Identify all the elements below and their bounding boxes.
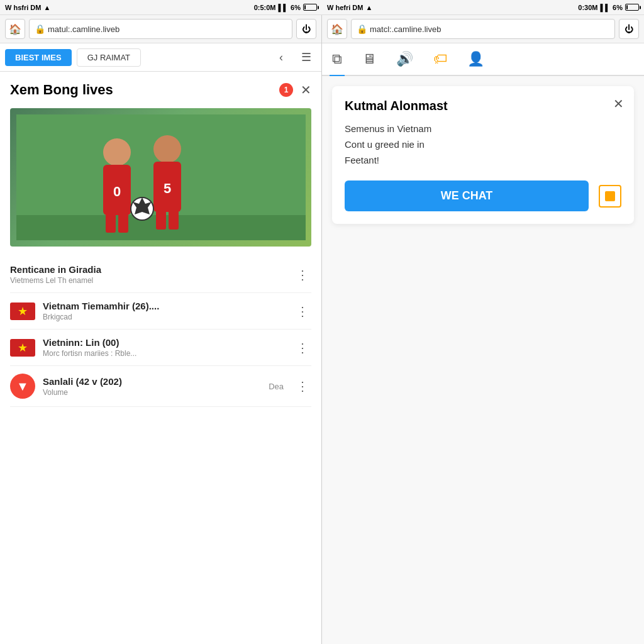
list-item-sub-3: Volume [43, 388, 261, 397]
list-item-1: ★ Vietnam Tiemamhir (26).... Brkigcad ⋮ [10, 293, 311, 330]
main-content: 🏠 🔒 matul:.camline.liveb ⏻ BIEST IMES GJ… [0, 15, 644, 644]
power-button-left[interactable]: ⏻ [296, 19, 316, 39]
status-bar-left: W hsfri DM ▲ 0:5:0M ▌▌ 6% [0, 0, 322, 15]
battery-pct-right: 6% [613, 4, 623, 11]
list-item-menu-0[interactable]: ⋮ [294, 265, 311, 285]
list-item-title-0: Renticane in Giradia [10, 264, 286, 275]
home-button-left[interactable]: 🏠 [5, 19, 25, 39]
time-left: 0:5:0M [254, 4, 276, 11]
status-bar-right: W hefri DM ▲ 0:30M ▌▌ 6% [322, 0, 644, 15]
list-item-2: ★ Vietninn: Lin (00) Morc fortisn mariie… [10, 330, 311, 366]
right-panel: 🏠 🔒 matcl:.camline.liveb ⏻ ⧉ 🖥 🔊 🏷 👤 [322, 15, 644, 644]
list-item-main-3: Sanlali (42 v (202) Volume [43, 376, 261, 397]
tab-inactive-left[interactable]: GJ RAIMAT [77, 48, 141, 67]
svg-point-7 [153, 135, 181, 163]
nav-user-icon[interactable]: 👤 [465, 48, 487, 70]
list-item-main-2: Vietninn: Lin (00) Morc fortisn mariies … [43, 337, 286, 358]
notification-card: Kutmal Alonmast ✕ Semenus in Vietnam Con… [332, 86, 634, 224]
user-icon: 👤 [467, 51, 484, 67]
list-item-title-3: Sanlali (42 v (202) [43, 376, 261, 387]
carrier-left: W hsfri DM [5, 4, 41, 11]
lock-icon-right: 🔒 [357, 24, 367, 34]
down-arrow-icon-3: ▼ [10, 374, 35, 399]
dea-badge: Dea [269, 382, 284, 391]
nav-volume-icon[interactable]: 🔊 [394, 48, 416, 70]
tab-bar-left: BIEST IMES GJ RAIMAT ‹ ☰ [0, 43, 321, 72]
soccer-image: 0 5 [10, 108, 311, 247]
list-item-sub-0: Vietmems Lel Th enamel [10, 276, 286, 285]
notification-line-2: Cont u greed nie in [345, 139, 621, 150]
svg-text:0: 0 [113, 184, 120, 199]
svg-rect-10 [156, 211, 166, 230]
battery-pct-left: 6% [291, 4, 301, 11]
list-item-menu-3[interactable]: ⋮ [294, 376, 311, 396]
home-button-right[interactable]: 🏠 [327, 19, 347, 39]
tag-icon: 🏷 [433, 51, 447, 67]
svg-point-2 [103, 138, 131, 166]
right-content: Kutmal Alonmast ✕ Semenus in Vietnam Con… [322, 76, 644, 644]
soccer-players-svg: 0 5 [16, 114, 306, 240]
page-header: Xem Bong lives 1 ✕ [10, 82, 311, 98]
nav-copy-icon[interactable]: ⧉ [330, 48, 345, 70]
list-item-sub-2: Morc fortisn mariies : Rble... [43, 349, 286, 358]
time-right: 0:30M [578, 4, 597, 11]
left-panel: 🏠 🔒 matul:.camline.liveb ⏻ BIEST IMES GJ… [0, 15, 322, 644]
status-right-group-left: 0:5:0M ▌▌ 6% [254, 4, 317, 11]
lock-icon-left: 🔒 [35, 24, 45, 34]
copy-icon: ⧉ [332, 51, 342, 67]
notification-title: Kutmal Alonmast [345, 99, 621, 113]
flag-icon-2: ★ [10, 339, 35, 357]
nav-monitor-icon[interactable]: 🖥 [360, 48, 379, 70]
notification-square-icon [599, 185, 621, 208]
battery-fill-left [304, 5, 306, 9]
wifi-icon-right: ▲ [365, 4, 372, 11]
url-text-right: matcl:.camline.liveb [370, 25, 441, 34]
url-text-left: matul:.camline.liveb [48, 25, 119, 34]
inner-square-icon [605, 191, 615, 201]
notification-line-1: Semenus in Vietnam [345, 123, 621, 134]
svg-text:5: 5 [163, 180, 170, 196]
status-bar: W hsfri DM ▲ 0:5:0M ▌▌ 6% W hefri DM ▲ 0… [0, 0, 644, 15]
list-item-main-1: Vietnam Tiemamhir (26).... Brkigcad [43, 301, 286, 321]
list-item-0: Renticane in Giradia Vietmems Lel Th ena… [10, 257, 311, 293]
battery-fill-right [626, 5, 628, 9]
list-item-3: ▼ Sanlali (42 v (202) Volume Dea ⋮ [10, 366, 311, 407]
back-button[interactable]: ‹ [271, 47, 291, 67]
power-button-right[interactable]: ⏻ [619, 19, 639, 39]
battery-left [303, 4, 317, 11]
notification-close-button[interactable]: ✕ [613, 96, 624, 111]
url-bar-left[interactable]: 🔒 matul:.camline.liveb [29, 19, 292, 39]
list-item-title-1: Vietnam Tiemamhir (26).... [43, 301, 286, 311]
menu-button[interactable]: ☰ [296, 47, 316, 67]
tab-active-left[interactable]: BIEST IMES [5, 49, 72, 66]
we-chat-button[interactable]: WE CHAT [345, 180, 589, 211]
svg-rect-5 [106, 214, 116, 233]
notification-actions: WE CHAT [345, 180, 621, 211]
status-left-group-right: W hefri DM ▲ [327, 4, 372, 11]
wifi-icon-left: ▲ [43, 4, 50, 11]
page-close-button[interactable]: ✕ [301, 82, 311, 97]
list-item-main-0: Renticane in Giradia Vietmems Lel Th ena… [10, 264, 286, 285]
notification-badge: 1 [279, 83, 293, 97]
right-nav: ⧉ 🖥 🔊 🏷 👤 [322, 43, 644, 76]
carrier-right: W hefri DM [327, 4, 363, 11]
url-bar-right[interactable]: 🔒 matcl:.camline.liveb [351, 19, 615, 39]
flag-star-2: ★ [18, 341, 28, 355]
notification-line-3: Feetant! [345, 155, 621, 165]
flag-star-1: ★ [18, 304, 28, 318]
svg-rect-11 [169, 211, 179, 230]
signal-icon-left: ▌▌ [279, 4, 289, 11]
nav-tag-icon[interactable]: 🏷 [431, 48, 450, 70]
status-left-group: W hsfri DM ▲ [5, 4, 50, 11]
left-page-content: Xem Bong lives 1 ✕ 0 [0, 72, 321, 644]
list-item-title-2: Vietninn: Lin (00) [43, 337, 286, 348]
svg-rect-6 [118, 214, 128, 233]
list-item-sub-1: Brkigcad [43, 313, 286, 321]
left-address-bar: 🏠 🔒 matul:.camline.liveb ⏻ [0, 15, 321, 43]
monitor-icon: 🖥 [362, 51, 376, 67]
list-item-menu-1[interactable]: ⋮ [294, 301, 311, 321]
page-title: Xem Bong lives [10, 82, 279, 98]
volume-icon: 🔊 [396, 51, 413, 67]
flag-icon-1: ★ [10, 303, 35, 320]
list-item-menu-2[interactable]: ⋮ [294, 338, 311, 358]
